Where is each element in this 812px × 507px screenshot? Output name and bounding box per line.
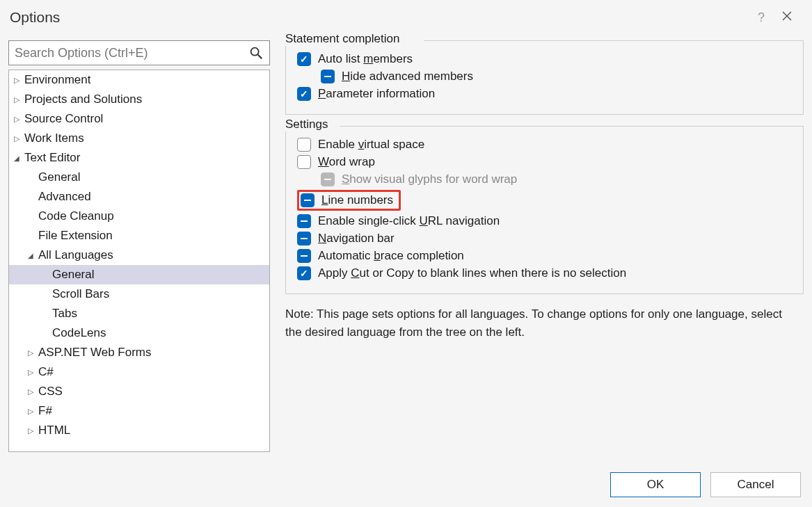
tree-item-file-extension[interactable]: File Extension <box>9 226 269 246</box>
svg-line-3 <box>258 55 262 59</box>
checkbox-icon <box>321 172 335 186</box>
tree-item-label: HTML <box>38 424 70 437</box>
option-label: Hide advanced members <box>342 70 473 83</box>
titlebar: Options ? <box>0 0 812 35</box>
cut-copy-blank-lines-option[interactable]: Apply Cut or Copy to blank lines when th… <box>297 266 792 280</box>
tree-item-scroll-bars[interactable]: Scroll Bars <box>9 284 269 304</box>
navigation-bar-option[interactable]: Navigation bar <box>297 232 792 246</box>
settings-group: Settings Enable virtual space Word wrap … <box>285 126 804 294</box>
checkbox-icon[interactable] <box>297 52 311 66</box>
tree-item-label: Advanced <box>38 190 91 204</box>
tree-item-label: C# <box>38 365 54 379</box>
checkbox-icon[interactable] <box>297 232 311 246</box>
window-title: Options <box>10 9 751 26</box>
tree-item-label: Work Items <box>24 131 84 145</box>
tree-item-label: CodeLens <box>52 326 106 340</box>
tree-item-environment[interactable]: Environment <box>9 70 269 90</box>
tree-item-label: General <box>38 170 80 184</box>
tree-item-source-control[interactable]: Source Control <box>9 109 269 129</box>
checkbox-icon[interactable] <box>301 193 315 207</box>
checkbox-icon[interactable] <box>297 214 311 228</box>
tree-item-css[interactable]: CSS <box>9 382 269 401</box>
tree-item-asp-net-web-forms[interactable]: ASP.NET Web Forms <box>9 343 269 362</box>
tree-item-label: Environment <box>24 73 90 87</box>
tree-item-general[interactable]: General <box>9 168 269 187</box>
left-panel: EnvironmentProjects and SolutionsSource … <box>8 40 270 452</box>
note-text: Note: This page sets options for all lan… <box>285 305 804 341</box>
chevron-down-icon[interactable] <box>26 250 35 260</box>
option-label: Show visual glyphs for word wrap <box>342 172 517 186</box>
chevron-right-icon[interactable] <box>12 95 22 104</box>
chevron-right-icon[interactable] <box>12 134 22 143</box>
tree-item-label: Source Control <box>24 112 103 126</box>
tree-item-tabs[interactable]: Tabs <box>9 304 269 323</box>
tree-item-label: Scroll Bars <box>52 287 109 301</box>
auto-list-members-option[interactable]: Auto list members <box>297 52 792 66</box>
url-navigation-option[interactable]: Enable single-click URL navigation <box>297 214 792 228</box>
tree-item-work-items[interactable]: Work Items <box>9 129 269 148</box>
tree-item-label: File Extension <box>38 229 113 243</box>
statement-completion-group: Statement completion Auto list members H… <box>285 40 804 115</box>
tree-item-text-editor[interactable]: Text Editor <box>9 148 269 168</box>
group-legend: Settings <box>285 118 332 131</box>
close-icon <box>781 10 793 22</box>
tree-item-label: F# <box>38 404 52 418</box>
chevron-right-icon[interactable] <box>26 387 35 396</box>
chevron-down-icon[interactable] <box>12 153 22 163</box>
cancel-button[interactable]: Cancel <box>710 472 801 497</box>
option-label: Parameter information <box>318 87 435 101</box>
svg-point-2 <box>251 48 259 56</box>
checkbox-icon[interactable] <box>321 70 335 83</box>
chevron-right-icon[interactable] <box>26 367 35 377</box>
tree-item-label: Tabs <box>52 307 77 321</box>
dialog-buttons: OK Cancel <box>610 472 801 497</box>
chevron-right-icon[interactable] <box>26 348 35 357</box>
tree-item-f-[interactable]: F# <box>9 401 269 421</box>
tree-item-codelens[interactable]: CodeLens <box>9 323 269 343</box>
tree-item-projects-and-solutions[interactable]: Projects and Solutions <box>9 90 269 109</box>
checkbox-icon[interactable] <box>297 138 311 152</box>
tree-item-code-cleanup[interactable]: Code Cleanup <box>9 207 269 226</box>
brace-completion-option[interactable]: Automatic brace completion <box>297 249 792 263</box>
hide-advanced-members-option[interactable]: Hide advanced members <box>297 70 792 83</box>
checkbox-icon[interactable] <box>297 249 311 263</box>
help-button[interactable]: ? <box>751 8 772 28</box>
option-label: Enable virtual space <box>318 138 424 152</box>
tree-item-label: Code Cleanup <box>38 209 114 223</box>
tree-item-label: ASP.NET Web Forms <box>38 346 152 360</box>
group-legend: Statement completion <box>285 32 404 46</box>
line-numbers-option[interactable]: Line numbers <box>297 190 792 211</box>
word-wrap-option[interactable]: Word wrap <box>297 155 792 169</box>
option-label: Apply Cut or Copy to blank lines when th… <box>318 266 626 280</box>
tree-item-label: Projects and Solutions <box>24 92 142 106</box>
checkbox-icon[interactable] <box>297 87 311 101</box>
close-button[interactable] <box>772 8 802 28</box>
search-box[interactable] <box>8 40 270 65</box>
option-label: Auto list members <box>318 52 413 66</box>
chevron-right-icon[interactable] <box>12 75 22 85</box>
tree-item-html[interactable]: HTML <box>9 421 269 440</box>
option-label: Automatic brace completion <box>318 249 464 263</box>
search-icon <box>248 45 264 61</box>
options-tree[interactable]: EnvironmentProjects and SolutionsSource … <box>8 70 270 452</box>
checkbox-icon[interactable] <box>297 155 311 169</box>
option-label: Word wrap <box>318 155 375 169</box>
checkbox-icon[interactable] <box>297 266 311 280</box>
tree-item-label: All Languages <box>38 248 113 262</box>
ok-button[interactable]: OK <box>610 472 701 497</box>
tree-item-general[interactable]: General <box>9 265 269 284</box>
chevron-right-icon[interactable] <box>26 426 35 435</box>
right-panel: Statement completion Auto list members H… <box>270 40 804 452</box>
parameter-information-option[interactable]: Parameter information <box>297 87 792 101</box>
tree-item-all-languages[interactable]: All Languages <box>9 246 269 265</box>
option-label: Line numbers <box>321 193 393 207</box>
tree-item-label: CSS <box>38 385 63 399</box>
tree-item-advanced[interactable]: Advanced <box>9 187 269 207</box>
search-input[interactable] <box>15 46 248 61</box>
tree-item-c-[interactable]: C# <box>9 362 269 382</box>
chevron-right-icon[interactable] <box>12 114 22 124</box>
tree-item-label: General <box>52 268 94 282</box>
virtual-space-option[interactable]: Enable virtual space <box>297 138 792 152</box>
highlight-box: Line numbers <box>297 190 401 211</box>
chevron-right-icon[interactable] <box>26 406 35 416</box>
